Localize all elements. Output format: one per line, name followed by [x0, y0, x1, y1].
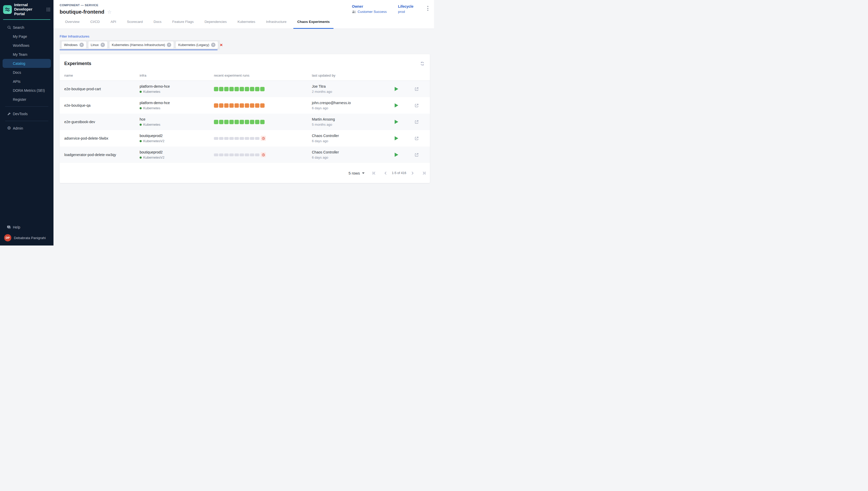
- tab-feature-flags[interactable]: Feature Flags: [168, 15, 198, 29]
- updated-at: 2 months ago: [312, 90, 394, 93]
- favorite-star-icon[interactable]: ☆: [107, 9, 112, 15]
- sidebar-nav: Search My Page Workflows My Team Catalog…: [0, 20, 54, 133]
- rows-per-page-select[interactable]: 5 rows: [349, 171, 365, 175]
- avatar: DP: [4, 234, 11, 241]
- sidebar-item-my-team[interactable]: My Team: [3, 50, 51, 59]
- entity-header-right: Owner Customer Success Lifecycle p: [352, 4, 430, 15]
- run-status-square: [255, 87, 259, 91]
- filter-chip: Windows ×: [62, 41, 86, 48]
- filter-infrastructures-label[interactable]: Filter Infrastructures: [60, 34, 89, 38]
- open-in-new-icon[interactable]: [414, 103, 419, 108]
- clock-icon: [262, 153, 265, 156]
- chip-remove-icon[interactable]: ×: [167, 43, 171, 47]
- infra-name: platform-demo-hce: [140, 84, 214, 88]
- open-in-new-icon[interactable]: [414, 152, 419, 157]
- sidebar-item-admin[interactable]: ⚙ Admin: [3, 124, 51, 133]
- more-options-kebab-icon[interactable]: [425, 4, 430, 12]
- first-page-icon[interactable]: [372, 171, 376, 175]
- sidebar-item-catalog[interactable]: Catalog: [3, 59, 51, 68]
- infra-name: hce: [140, 117, 214, 121]
- infra-status-dot: [140, 91, 142, 93]
- recent-runs-indicator: [214, 103, 312, 108]
- run-status-square: [214, 120, 218, 124]
- updated-by: Joe Titra: [312, 84, 394, 88]
- run-status-square: [240, 120, 244, 124]
- sidebar-item-label: My Page: [13, 34, 27, 38]
- table-header-row: name infra recent experiment runs last u…: [60, 70, 430, 81]
- clear-filters-icon[interactable]: ×: [220, 40, 223, 50]
- sidebar-item-apis[interactable]: APIs: [3, 77, 51, 86]
- chip-remove-icon[interactable]: ×: [211, 43, 215, 47]
- run-status-square: [224, 137, 229, 140]
- sidebar-item-register[interactable]: Register: [3, 95, 51, 104]
- run-status-square: [224, 103, 229, 108]
- tab-docs[interactable]: Docs: [150, 15, 165, 29]
- column-header-name: name: [60, 74, 140, 77]
- sidebar-item-label: Admin: [13, 126, 23, 130]
- sidebar-item-help[interactable]: ? Help: [3, 223, 51, 232]
- infra-name: boutiqueprod2: [140, 134, 214, 138]
- main-area: COMPONENT — SERVICE boutique-frontend ☆ …: [54, 0, 434, 246]
- infrastructure-filter-input[interactable]: Windows × Linux × Kubernetes (Harness In…: [60, 40, 218, 50]
- run-status-square: [234, 153, 239, 156]
- sidebar-item-docs[interactable]: Docs: [3, 68, 51, 77]
- infra-type-label: Kubernetes: [143, 106, 161, 110]
- infra-type-label: Kubernetes: [143, 123, 161, 126]
- run-status-square: [250, 120, 254, 124]
- run-status-square: [229, 137, 234, 140]
- chip-remove-icon[interactable]: ×: [80, 43, 84, 47]
- sidebar-item-dora-metrics[interactable]: DORA Metrics (SEI): [3, 86, 51, 95]
- tab-scorecard[interactable]: Scorecard: [123, 15, 147, 29]
- sidebar-item-search[interactable]: Search: [3, 23, 51, 32]
- filter-chip: Kubernetes (Harness Infrastructure) ×: [110, 41, 174, 48]
- tab-cicd[interactable]: CI/CD: [86, 15, 104, 29]
- tab-overview[interactable]: Overview: [61, 15, 83, 29]
- sidebar-item-devtools[interactable]: DevTools: [3, 109, 51, 118]
- updated-by: Chaos Controller: [312, 134, 394, 138]
- owner-link[interactable]: Customer Success: [358, 10, 387, 13]
- tab-infrastructure[interactable]: Infrastructure: [262, 15, 291, 29]
- run-status-square: [219, 87, 224, 91]
- chip-remove-icon[interactable]: ×: [100, 43, 105, 47]
- previous-page-icon[interactable]: [383, 171, 388, 175]
- run-experiment-play-icon[interactable]: [395, 153, 398, 157]
- run-status-square: [219, 103, 224, 108]
- run-experiment-play-icon[interactable]: [395, 103, 398, 108]
- last-page-icon[interactable]: [422, 171, 426, 175]
- user-menu[interactable]: DP Debabrata Panigrahi: [0, 232, 54, 242]
- tab-api[interactable]: API: [107, 15, 120, 29]
- updated-at: 5 months ago: [312, 123, 394, 126]
- run-status-square: [234, 120, 239, 124]
- next-page-icon[interactable]: [410, 171, 415, 175]
- app-switcher-grid-icon[interactable]: [46, 7, 50, 11]
- refresh-icon[interactable]: [420, 61, 425, 66]
- run-status-square: [250, 137, 254, 140]
- run-experiment-play-icon[interactable]: [395, 136, 398, 140]
- run-status-square: [240, 137, 244, 140]
- sidebar-item-label: My Team: [13, 53, 28, 57]
- run-experiment-play-icon[interactable]: [395, 120, 398, 124]
- sidebar-item-label: Help: [13, 225, 20, 229]
- entity-kind-breadcrumb: COMPONENT — SERVICE: [60, 4, 112, 7]
- open-in-new-icon[interactable]: [414, 119, 419, 124]
- sidebar-item-workflows[interactable]: Workflows: [3, 41, 51, 50]
- run-status-square: [229, 120, 234, 124]
- infra-cell: platform-demo-hce Kubernetes: [140, 84, 214, 93]
- updated-by: Chaos Controller: [312, 150, 394, 154]
- svg-text:?: ?: [8, 226, 9, 228]
- table-row: e2e-guestbook-dev hce Kubernetes Martin …: [60, 114, 430, 130]
- chip-label: Windows: [64, 43, 78, 47]
- entity-header: COMPONENT — SERVICE boutique-frontend ☆ …: [54, 0, 434, 15]
- tab-dependencies[interactable]: Dependencies: [201, 15, 230, 29]
- sidebar-item-my-page[interactable]: My Page: [3, 32, 51, 41]
- open-in-new-icon[interactable]: [414, 136, 419, 141]
- run-experiment-play-icon[interactable]: [395, 87, 398, 91]
- open-in-new-icon[interactable]: [414, 87, 419, 91]
- tab-kubernetes[interactable]: Kubernetes: [234, 15, 259, 29]
- user-name: Debabrata Panigrahi: [14, 236, 46, 240]
- tab-chaos-experiments[interactable]: Chaos Experiments: [293, 15, 334, 29]
- run-status-square: [234, 137, 239, 140]
- run-status-square: [214, 137, 218, 140]
- people-icon: [352, 10, 356, 13]
- recent-runs-indicator: [214, 87, 312, 91]
